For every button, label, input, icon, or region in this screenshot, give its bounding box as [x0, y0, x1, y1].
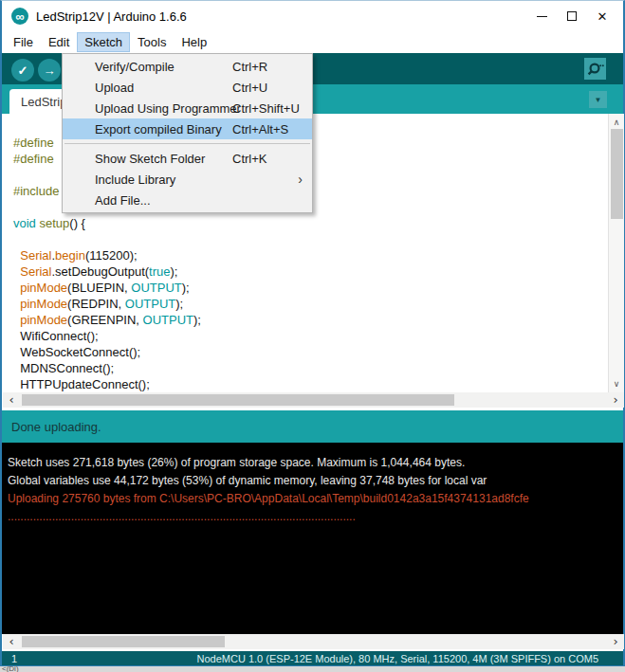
menu-bar: FileEditSketchToolsHelp [2, 31, 623, 53]
chevron-down-icon: ▼ [595, 96, 602, 104]
submenu-arrow-icon: › [298, 173, 303, 186]
menubar-item-help[interactable]: Help [174, 32, 214, 52]
window-controls: ✕ [526, 3, 623, 29]
menu-item-shortcut: Ctrl+Alt+S [232, 122, 288, 136]
scroll-left-icon[interactable]: ‹ [5, 392, 18, 408]
serial-monitor-button[interactable] [584, 58, 606, 80]
menu-item-label: Upload [95, 81, 134, 95]
code-line: pinMode(REDPIN, OUTPUT); [13, 296, 218, 312]
minimize-icon [537, 16, 547, 17]
console-hscrollbar[interactable]: ‹ › [3, 634, 624, 649]
scroll-up-icon[interactable]: ∧ [609, 118, 624, 127]
menu-item-label: Add File... [95, 193, 151, 208]
menu-item-label: Include Library [95, 173, 175, 187]
console-scroll-left-icon[interactable]: ‹ [5, 634, 18, 649]
menu-separator [64, 143, 310, 144]
menu-item-upload[interactable]: UploadCtrl+U [63, 77, 312, 98]
menubar-item-sketch[interactable]: Sketch [77, 32, 130, 52]
upload-button[interactable]: → [38, 59, 61, 82]
menubar-item-file[interactable]: File [6, 32, 41, 52]
menu-item-label: Show Sketch Folder [95, 152, 205, 166]
status-message: Done uploading. [11, 420, 101, 434]
menu-item-label: Export compiled Binary [95, 122, 222, 136]
maximize-button[interactable] [557, 3, 587, 29]
console-line: Uploading 275760 bytes from C:\Users\PC-… [8, 490, 623, 508]
verify-button[interactable]: ✓ [11, 59, 34, 82]
title-bar: ∞ LedStrip12V | Arduino 1.6.6 ✕ [2, 1, 623, 31]
magnifier-icon [586, 60, 604, 78]
scroll-down-icon[interactable]: ∨ [609, 379, 624, 389]
code-line: pinMode(BLUEPIN, OUTPUT); [13, 280, 218, 296]
menu-item-label: Upload Using Programmer [95, 101, 241, 116]
menubar-item-tools[interactable]: Tools [130, 32, 174, 52]
board-info: NodeMCU 1.0 (ESP-12E Module), 80 MHz, Se… [197, 653, 598, 664]
editor-hscrollbar[interactable]: ‹ › [3, 392, 624, 408]
screen: ∞ LedStrip12V | Arduino 1.6.6 ✕ FileEdit… [0, 0, 625, 672]
line-number: 1 [11, 653, 17, 664]
footer-status-bar: 1 NodeMCU 1.0 (ESP-12E Module), 80 MHz, … [2, 651, 623, 665]
menu-item-shortcut: Ctrl+Shift+U [232, 101, 300, 116]
menu-item-verify-compile[interactable]: Verify/CompileCtrl+R [63, 56, 312, 77]
menu-item-add-file[interactable]: Add File... [63, 190, 312, 210]
editor-hscrollbar-thumb[interactable] [22, 394, 454, 406]
menu-item-upload-using-programmer[interactable]: Upload Using ProgrammerCtrl+Shift+U [63, 98, 312, 118]
close-button[interactable]: ✕ [587, 3, 617, 29]
arrow-right-icon: → [44, 64, 56, 78]
menu-item-shortcut: Ctrl+U [232, 81, 267, 95]
sketch-menu: Verify/CompileCtrl+RUploadCtrl+UUpload U… [62, 53, 313, 213]
code-line: WebSocketConnect(); [13, 344, 218, 360]
menu-item-export-compiled-binary[interactable]: Export compiled BinaryCtrl+Alt+S [63, 118, 312, 139]
code-line: HTTPUpdateConnect(); [13, 376, 218, 392]
scroll-right-icon[interactable]: › [609, 392, 622, 408]
menu-item-label: Verify/Compile [95, 60, 175, 74]
menu-item-shortcut: Ctrl+R [232, 60, 267, 74]
menubar-item-edit[interactable]: Edit [41, 32, 77, 52]
close-icon: ✕ [597, 9, 608, 24]
menu-item-shortcut: Ctrl+K [232, 152, 267, 166]
code-line: WifiConnect(); [13, 328, 218, 344]
arduino-window: ∞ LedStrip12V | Arduino 1.6.6 ✕ FileEdit… [0, 0, 625, 666]
code-line: MDNSConnect(); [13, 360, 218, 376]
console-line: Global variables use 44,172 bytes (53%) … [8, 472, 623, 490]
code-line: Serial.begin(115200); [13, 247, 218, 263]
window-title: LedStrip12V | Arduino 1.6.6 [36, 9, 187, 24]
console-scroll-right-icon[interactable]: › [609, 634, 622, 649]
menu-item-show-sketch-folder[interactable]: Show Sketch FolderCtrl+K [63, 148, 312, 169]
code-line: void setup() { [13, 215, 218, 231]
console-hscrollbar-thumb[interactable] [22, 636, 225, 647]
code-line: Serial.setDebugOutput(true); [13, 263, 218, 280]
editor-vscrollbar-thumb[interactable] [611, 129, 623, 219]
console-line: Sketch uses 271,618 bytes (26%) of progr… [8, 454, 623, 472]
status-bar: Done uploading. [2, 410, 623, 443]
menu-item-include-library[interactable]: Include Library› [63, 169, 312, 190]
code-line: pinMode(GREENPIN, OUTPUT); [13, 312, 218, 328]
editor-vscrollbar[interactable]: ∧ ∨ [608, 114, 624, 392]
console[interactable]: Sketch uses 271,618 bytes (26%) of progr… [2, 443, 623, 634]
check-icon: ✓ [18, 64, 28, 78]
tab-menu-button[interactable]: ▼ [589, 91, 607, 108]
minimize-button[interactable] [526, 3, 557, 29]
background-window-sliver: <(Di) [0, 666, 625, 672]
console-line: ........................................… [8, 508, 623, 526]
maximize-icon [567, 11, 577, 21]
arduino-logo-icon: ∞ [11, 8, 28, 25]
code-line [13, 231, 218, 247]
